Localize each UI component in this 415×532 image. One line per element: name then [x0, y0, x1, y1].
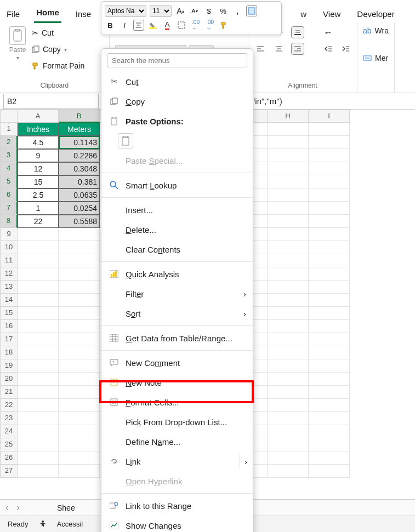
ctx-pick-from-list[interactable]: Pick From Drop-down List...	[101, 412, 253, 432]
fill-color-icon[interactable]	[147, 20, 158, 31]
cell[interactable]	[18, 307, 59, 320]
cell[interactable]	[268, 412, 309, 425]
increase-decimal-icon[interactable]: .00←	[190, 20, 201, 31]
merge-center-button[interactable]: Mer	[363, 54, 389, 62]
accounting-format-icon[interactable]: $	[203, 5, 214, 16]
ctx-quick-analysis[interactable]: Quick Analysis	[101, 264, 253, 284]
cell[interactable]	[309, 333, 350, 346]
cell[interactable]	[18, 228, 59, 241]
cell[interactable]	[18, 320, 59, 333]
comma-format-icon[interactable]: ,	[232, 5, 243, 16]
row-header-25[interactable]: 25	[0, 438, 18, 451]
cell[interactable]	[309, 373, 350, 386]
cell[interactable]	[309, 175, 350, 188]
cell[interactable]	[18, 359, 59, 373]
mini-font-size[interactable]: 11	[150, 5, 172, 17]
row-header-7[interactable]: 7	[0, 202, 18, 215]
row-header-22[interactable]: 22	[0, 399, 18, 412]
cell[interactable]	[309, 123, 350, 136]
cell[interactable]	[309, 386, 350, 399]
cell[interactable]	[59, 451, 100, 465]
row-header-21[interactable]: 21	[0, 386, 18, 399]
cell[interactable]: 0.0635	[59, 188, 100, 202]
cell[interactable]	[268, 425, 309, 438]
conditional-format-icon[interactable]	[246, 5, 257, 16]
ctx-cut[interactable]: ✂ Cut	[101, 72, 253, 91]
format-painter-icon[interactable]	[219, 20, 230, 31]
col-header-I[interactable]: I	[309, 110, 350, 123]
cut-button[interactable]: ✂ Cut	[32, 26, 84, 39]
cell[interactable]	[309, 320, 350, 333]
cell[interactable]	[18, 281, 59, 294]
cell[interactable]: 9	[18, 149, 59, 162]
cell[interactable]	[59, 399, 100, 412]
chevron-right-icon[interactable]: ›	[240, 455, 247, 468]
cell[interactable]	[18, 294, 59, 307]
cell[interactable]: 22	[18, 215, 59, 228]
mini-font-name[interactable]: Aptos Na	[105, 5, 146, 17]
cell[interactable]	[268, 267, 309, 281]
row-header-4[interactable]: 4	[0, 162, 18, 175]
format-painter-button[interactable]: Format Pain	[32, 59, 84, 72]
cell[interactable]	[309, 228, 350, 241]
font-color-icon[interactable]: A	[162, 20, 173, 31]
cell[interactable]	[18, 267, 59, 281]
tab-view-partial[interactable]: w	[298, 4, 309, 23]
ctx-get-data[interactable]: Get Data from Table/Range...	[101, 328, 253, 348]
ctx-sort[interactable]: Sort ›	[101, 304, 253, 323]
cell[interactable]	[309, 438, 350, 451]
cell[interactable]	[309, 451, 350, 465]
border-icon[interactable]	[176, 20, 187, 31]
name-box[interactable]: B2	[3, 94, 99, 109]
col-header-H[interactable]: H	[268, 110, 309, 123]
tab-developer[interactable]: Developer	[355, 4, 396, 23]
cell[interactable]	[309, 412, 350, 425]
cell[interactable]	[59, 307, 100, 320]
orientation-icon[interactable]: ⤺	[322, 26, 334, 38]
cell[interactable]	[309, 465, 350, 478]
cell[interactable]: 0.5588	[59, 215, 100, 228]
cell[interactable]	[59, 373, 100, 386]
cell[interactable]	[59, 465, 100, 478]
cell[interactable]	[268, 175, 309, 188]
tab-file[interactable]: File	[4, 4, 22, 23]
cell[interactable]	[59, 294, 100, 307]
cell[interactable]: 1	[18, 202, 59, 215]
cell[interactable]	[18, 399, 59, 412]
cell[interactable]: 0.2286	[59, 149, 100, 162]
tab-view[interactable]: View	[321, 4, 343, 23]
ctx-new-comment[interactable]: + New Comment	[101, 353, 253, 373]
chevron-down-icon[interactable]: ▾	[16, 55, 19, 61]
row-header-9[interactable]: 9	[0, 228, 18, 241]
cell[interactable]	[309, 241, 350, 254]
cell[interactable]: 0.0254	[59, 202, 100, 215]
cell[interactable]	[268, 438, 309, 451]
cell[interactable]: 4.5	[18, 136, 59, 149]
menu-search-input[interactable]	[107, 53, 247, 67]
ctx-new-note[interactable]: + New Note	[101, 373, 253, 392]
cell[interactable]	[309, 188, 350, 202]
cell[interactable]: Meters	[59, 123, 100, 136]
cell[interactable]	[59, 333, 100, 346]
cell[interactable]	[309, 149, 350, 162]
cell[interactable]	[268, 399, 309, 412]
cell[interactable]	[309, 399, 350, 412]
ctx-copy[interactable]: Copy	[101, 91, 253, 111]
cell[interactable]	[309, 267, 350, 281]
cell[interactable]	[268, 202, 309, 215]
cell[interactable]	[18, 412, 59, 425]
cell[interactable]	[268, 373, 309, 386]
cell[interactable]	[18, 373, 59, 386]
row-header-3[interactable]: 3	[0, 149, 18, 162]
ctx-link[interactable]: Link ›	[101, 451, 253, 471]
cell[interactable]	[268, 359, 309, 373]
row-header-8[interactable]: 8	[0, 215, 18, 228]
cell[interactable]	[309, 425, 350, 438]
row-header-13[interactable]: 13	[0, 281, 18, 294]
copy-button[interactable]: Copy ▾	[32, 43, 84, 56]
cell[interactable]	[268, 123, 309, 136]
align-center-icon[interactable]	[272, 43, 286, 55]
cell[interactable]: 0.3048	[59, 162, 100, 175]
cell[interactable]	[309, 346, 350, 359]
cell[interactable]	[309, 162, 350, 175]
